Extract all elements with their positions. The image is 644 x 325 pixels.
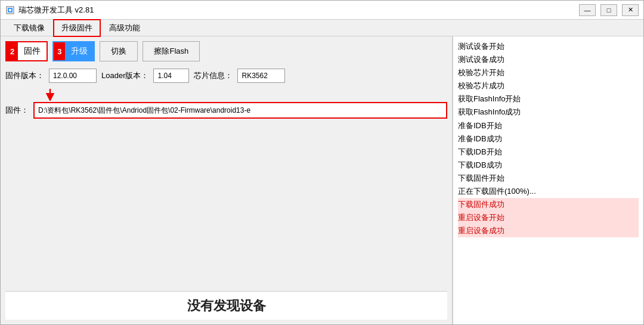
- menu-download[interactable]: 下载镜像: [5, 19, 53, 37]
- log-line: 下载IDB成功: [458, 159, 639, 172]
- main-window: 瑞芯微开发工具 v2.81 — □ ✕ 下载镜像 升级固件 高级功能 2 固件 …: [0, 0, 644, 325]
- svg-rect-2: [9, 9, 11, 11]
- left-panel: 2 固件 3 升级 切换 擦除Flash 固件版本： Loader版本： 芯片信…: [1, 36, 453, 324]
- loader-version-label: Loader版本：: [101, 70, 148, 81]
- upgrade-button[interactable]: 3 升级: [52, 41, 95, 61]
- switch-button[interactable]: 切换: [100, 41, 138, 61]
- title-bar: 瑞芯微开发工具 v2.81 — □ ✕: [1, 1, 643, 20]
- status-text: 没有发现设备: [187, 297, 266, 315]
- log-line: 重启设备开始: [458, 211, 639, 224]
- chip-info-label: 芯片信息：: [194, 70, 233, 81]
- firmware-path-label: 固件：: [5, 105, 29, 116]
- minimize-button[interactable]: —: [579, 4, 596, 16]
- log-line: 下载固件开始: [458, 172, 639, 185]
- firmware-button[interactable]: 2 固件: [5, 41, 48, 61]
- firmware-version-input[interactable]: [49, 69, 97, 83]
- main-content: 2 固件 3 升级 切换 擦除Flash 固件版本： Loader版本： 芯片信…: [1, 36, 643, 324]
- firmware-version-label: 固件版本：: [5, 70, 44, 81]
- spacer: [5, 123, 447, 291]
- log-panel: 测试设备开始测试设备成功校验芯片开始校验芯片成功获取FlashInfo开始获取F…: [453, 36, 643, 324]
- down-arrow-icon: [38, 89, 62, 101]
- firmware-button-num: 2: [7, 42, 18, 60]
- log-line: 测试设备开始: [458, 40, 639, 53]
- loader-version-input[interactable]: [153, 69, 189, 83]
- menu-advanced[interactable]: 高级功能: [101, 19, 148, 37]
- maximize-button[interactable]: □: [600, 4, 617, 16]
- log-line: 准备IDB开始: [458, 119, 639, 132]
- log-line: 下载固件成功: [458, 198, 639, 211]
- firmware-row: 固件：: [5, 102, 447, 119]
- log-line: 下载IDB开始: [458, 146, 639, 159]
- menu-upgrade-firmware[interactable]: 升级固件: [53, 19, 101, 37]
- title-controls: — □ ✕: [579, 4, 639, 16]
- firmware-path-input[interactable]: [33, 102, 447, 119]
- upgrade-button-label: 升级: [65, 46, 94, 57]
- log-line: 重启设备成功: [458, 224, 639, 237]
- log-line: 正在下载固件(100%)...: [458, 185, 639, 198]
- log-line: 测试设备成功: [458, 53, 639, 66]
- firmware-button-label: 固件: [18, 46, 47, 57]
- menu-bar: 下载镜像 升级固件 高级功能: [1, 20, 643, 36]
- log-line: 获取FlashInfo开始: [458, 92, 639, 106]
- close-button[interactable]: ✕: [622, 4, 639, 16]
- app-icon: [5, 5, 15, 15]
- upgrade-button-num: 3: [54, 42, 65, 60]
- erase-flash-button[interactable]: 擦除Flash: [143, 41, 200, 61]
- log-line: 准备IDB成功: [458, 132, 639, 146]
- log-line: 校验芯片开始: [458, 66, 639, 79]
- log-line: 获取FlashInfo成功: [458, 106, 639, 119]
- log-line: 校验芯片成功: [458, 79, 639, 92]
- status-bar: 没有发现设备: [5, 291, 447, 320]
- title-bar-left: 瑞芯微开发工具 v2.81: [5, 5, 94, 16]
- chip-info-input[interactable]: [237, 69, 285, 83]
- arrow-container: [5, 89, 447, 101]
- toolbar-row: 2 固件 3 升级 切换 擦除Flash: [5, 41, 447, 61]
- info-row: 固件版本： Loader版本： 芯片信息：: [5, 69, 447, 83]
- window-title: 瑞芯微开发工具 v2.81: [18, 5, 94, 16]
